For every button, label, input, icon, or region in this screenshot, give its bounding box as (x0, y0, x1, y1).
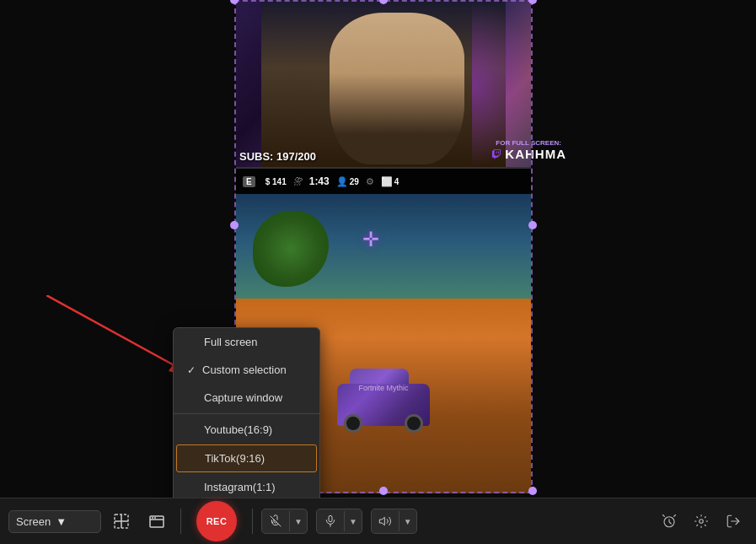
settings-icon (694, 514, 709, 529)
separator-2 (252, 509, 253, 534)
window-icon (148, 513, 165, 530)
dropdown-menu[interactable]: Full screen ✓ Custom selection Capture w… (173, 327, 320, 498)
screen-dropdown[interactable]: Screen ▼ (8, 510, 101, 533)
separator-1 (180, 509, 181, 534)
dropdown-label-full-screen: Full screen (204, 336, 258, 348)
alarm-button[interactable] (655, 507, 684, 536)
crop-button[interactable] (106, 506, 137, 536)
rec-button[interactable]: REC (196, 501, 237, 541)
mic-btn[interactable] (317, 509, 344, 533)
rec-label: REC (206, 516, 228, 526)
sound-arrow[interactable]: ▼ (399, 512, 416, 531)
dropdown-item-instagram[interactable]: Instagram(1:1) (174, 473, 319, 498)
mute-btn[interactable] (262, 509, 289, 533)
mic-arrow[interactable]: ▼ (345, 512, 362, 531)
face-placeholder (330, 13, 464, 164)
game-label: Fortnite Mythic (358, 384, 408, 392)
mute-button-group[interactable]: ▼ (261, 509, 308, 534)
webcam-person (261, 0, 506, 169)
settings-button[interactable] (687, 507, 716, 536)
mic-button-group[interactable]: ▼ (316, 509, 362, 534)
sound-btn[interactable] (372, 509, 399, 533)
tree-blob (253, 211, 329, 287)
toolbar: Screen ▼ REC ▼ (0, 498, 756, 544)
handle-middle-right[interactable] (528, 221, 537, 229)
dropdown-item-custom-selection[interactable]: ✓ Custom selection (174, 356, 319, 384)
twitch-badge: FOR FULL SCREEN: KAHHMA (491, 139, 566, 161)
hud-e: E (243, 176, 255, 187)
dropdown-divider (174, 413, 319, 414)
hud-time: 1:43 (309, 175, 330, 187)
handle-middle-left[interactable] (230, 221, 239, 229)
mic-icon (324, 514, 337, 528)
hud-coins: $ 141 (265, 177, 287, 186)
mute-icon (269, 514, 282, 528)
mute-arrow[interactable]: ▼ (290, 512, 307, 531)
screen-chevron-icon: ▼ (56, 515, 67, 528)
hud-items: ⬜ 4 (381, 176, 399, 187)
dropdown-label-youtube: Youtube(16:9) (204, 423, 272, 436)
check-mark-custom: ✓ (187, 364, 196, 376)
svg-point-7 (152, 517, 153, 519)
move-cursor: ✛ (362, 228, 379, 251)
for-full-screen-text: FOR FULL SCREEN: (496, 139, 561, 147)
game-hud: E $ 141 ⛈ 1:43 👤 29 ⚙ ⬜ 4 (236, 169, 531, 194)
twitch-icon (491, 148, 502, 160)
alarm-icon (662, 514, 677, 529)
window-button[interactable] (142, 506, 172, 536)
exit-button[interactable] (719, 507, 748, 536)
svg-point-13 (700, 520, 704, 524)
svg-point-8 (154, 517, 156, 519)
subs-text: SUBS: 197/200 (239, 150, 316, 163)
svg-rect-9 (329, 515, 332, 521)
dropdown-label-capture-window: Capture window (204, 391, 282, 404)
tree (244, 211, 346, 312)
dropdown-item-youtube[interactable]: Youtube(16:9) (174, 416, 319, 444)
hud-storm-icon: ⛈ (293, 176, 303, 186)
subs-counter: SUBS: 197/200 (239, 150, 316, 163)
handle-bottom-right[interactable] (528, 487, 537, 495)
svg-marker-11 (379, 517, 384, 525)
exit-icon (726, 514, 741, 529)
toolbar-right (655, 507, 748, 536)
preview-area: SUBS: 197/200 FOR FULL SCREEN: KAHHMA E … (0, 0, 756, 498)
hud-players: 👤 29 (336, 176, 359, 187)
webcam-feed (236, 0, 531, 169)
dropdown-item-capture-window[interactable]: Capture window (174, 384, 319, 412)
handle-bottom-middle[interactable] (379, 487, 388, 495)
car (337, 367, 430, 426)
svg-line-0 (46, 295, 177, 367)
car-wheel-right (405, 414, 423, 433)
sound-button-group[interactable]: ▼ (371, 509, 417, 534)
dropdown-label-custom-selection: Custom selection (202, 364, 287, 376)
dropdown-item-full-screen[interactable]: Full screen (174, 328, 319, 356)
dropdown-label-instagram: Instagram(1:1) (204, 481, 276, 493)
screen-label: Screen (16, 515, 51, 528)
channel-name: KAHHMA (505, 147, 566, 161)
dropdown-label-tiktok: TikTok(9:16) (205, 452, 265, 465)
car-wheel-left (344, 414, 362, 433)
sound-icon (378, 514, 392, 528)
dropdown-item-tiktok[interactable]: TikTok(9:16) (176, 444, 317, 472)
crop-icon (113, 513, 130, 530)
hud-gear: ⚙ (366, 176, 374, 187)
